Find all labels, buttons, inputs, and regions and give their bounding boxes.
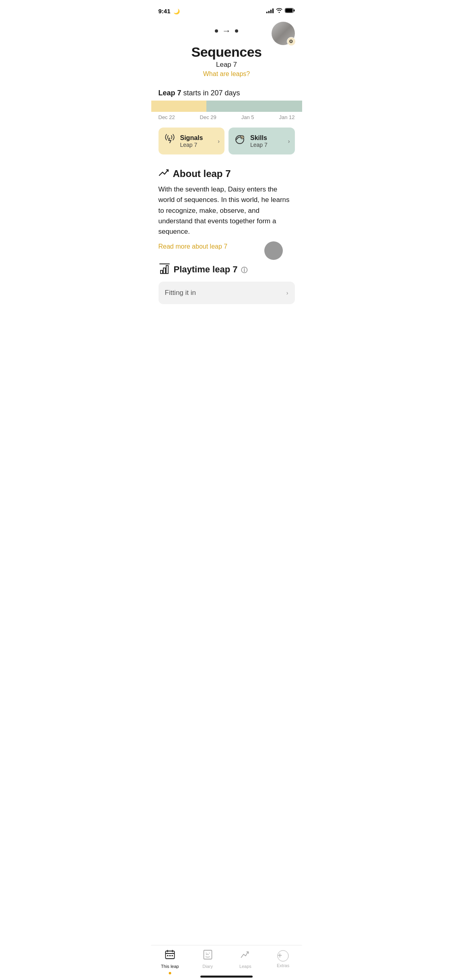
signal-icon bbox=[266, 8, 274, 13]
svg-rect-7 bbox=[166, 266, 168, 274]
playtime-icon bbox=[159, 262, 171, 277]
skills-icon bbox=[233, 133, 246, 149]
battery-icon bbox=[285, 7, 295, 14]
timeline-dates: Dec 22 Dec 29 Jan 5 Jan 12 bbox=[151, 112, 302, 123]
svg-rect-6 bbox=[163, 268, 165, 274]
what-are-leaps-link[interactable]: What are leaps? bbox=[159, 70, 295, 78]
timeline-cool-segment bbox=[206, 101, 302, 112]
date-jan5: Jan 5 bbox=[241, 114, 254, 120]
leap-starts-section: Leap 7 starts in 207 days bbox=[151, 83, 302, 101]
status-icons bbox=[266, 7, 295, 14]
wifi-icon bbox=[276, 8, 282, 14]
timeline-bar bbox=[151, 101, 302, 112]
timeline-warm-segment bbox=[151, 101, 207, 112]
skills-sublabel: Leap 7 bbox=[250, 142, 284, 148]
main-title: Sequences bbox=[159, 44, 295, 60]
date-jan12: Jan 12 bbox=[279, 114, 294, 120]
info-icon: ⓘ bbox=[241, 267, 247, 274]
header: → ⚙ bbox=[151, 18, 302, 40]
about-title: About leap 7 bbox=[173, 168, 231, 179]
starts-in-text: starts in 207 days bbox=[183, 89, 240, 97]
signals-sublabel: Leap 7 bbox=[180, 142, 214, 148]
signals-card[interactable]: Signals Leap 7 › bbox=[159, 128, 225, 154]
title-section: Sequences Leap 7 What are leaps? bbox=[151, 40, 302, 83]
date-dec29: Dec 29 bbox=[200, 114, 216, 120]
signals-label: Signals bbox=[180, 134, 214, 142]
about-section: About leap 7 With the seventh leap, Dais… bbox=[151, 159, 302, 256]
trend-icon bbox=[159, 168, 170, 179]
svg-rect-1 bbox=[294, 10, 295, 12]
playtime-section: Playtime leap 7 ⓘ Fitting it in › bbox=[151, 256, 302, 308]
signals-chevron: › bbox=[218, 138, 220, 144]
avatar-container[interactable]: ⚙ bbox=[272, 22, 295, 45]
skills-card[interactable]: Skills Leap 7 › bbox=[229, 128, 295, 154]
signals-icon bbox=[163, 133, 176, 149]
nav-arrow-icon: → bbox=[222, 26, 231, 36]
svg-rect-2 bbox=[285, 9, 292, 12]
moon-icon: 🌙 bbox=[173, 8, 180, 14]
playtime-header: Playtime leap 7 ⓘ bbox=[159, 262, 295, 277]
skills-card-text: Skills Leap 7 bbox=[250, 134, 284, 148]
nav-dot-left bbox=[215, 29, 218, 33]
floating-circle-decoration bbox=[264, 241, 283, 260]
gear-icon: ⚙ bbox=[289, 39, 293, 44]
nav-dot-right bbox=[235, 29, 238, 33]
status-bar: 9:41 🌙 bbox=[151, 0, 302, 18]
skills-label: Skills bbox=[250, 134, 284, 142]
svg-rect-5 bbox=[161, 270, 163, 274]
about-text: With the seventh leap, Daisy enters the … bbox=[159, 184, 295, 237]
leap-starts-text: Leap 7 starts in 207 days bbox=[159, 89, 295, 97]
fitting-text: Fitting it in bbox=[165, 289, 196, 297]
skills-chevron: › bbox=[288, 138, 290, 144]
leap-subtitle: Leap 7 bbox=[159, 61, 295, 69]
leap-navigation[interactable]: → bbox=[215, 26, 238, 36]
status-time: 9:41 🌙 bbox=[159, 8, 180, 14]
about-header: About leap 7 bbox=[159, 168, 295, 179]
playtime-title: Playtime leap 7 ⓘ bbox=[174, 264, 247, 275]
date-dec22: Dec 22 bbox=[159, 114, 175, 120]
cards-section: Signals Leap 7 › Skills Leap 7 › bbox=[151, 123, 302, 159]
profile-section: ⚙ bbox=[272, 22, 295, 45]
fitting-card[interactable]: Fitting it in › bbox=[159, 282, 295, 304]
fitting-chevron: › bbox=[286, 290, 288, 296]
signals-card-text: Signals Leap 7 bbox=[180, 134, 214, 148]
gear-badge[interactable]: ⚙ bbox=[287, 37, 296, 46]
